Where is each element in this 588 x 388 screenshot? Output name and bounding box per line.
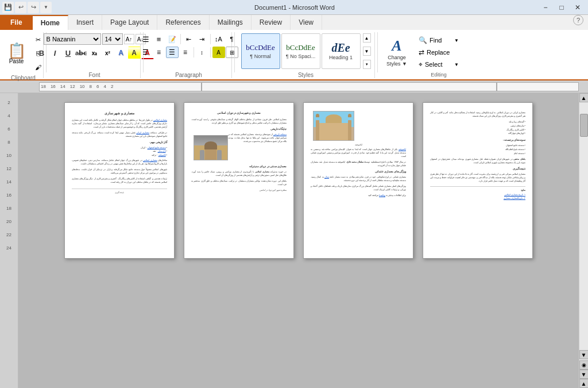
replace-icon: ⇄ [419,48,424,56]
font-size-select[interactable]: 14 [102,33,123,45]
page-2-para1: معماری اسلامی طی قرون متمادی از مناطق مخ… [191,118,287,125]
decrease-indent-btn[interactable]: ⇤ [183,33,195,45]
page-1-para2: در طراحی مساجد، معماری ایرانی نقش بسیار … [72,131,167,138]
bullets-button[interactable]: ☰ [140,33,152,45]
page-1-list: • مسجد جامع اصفهان - ایران • تاج محل - ه… [72,146,167,157]
page-2-heading2: معماری سنتی در دریای مدیترانه [191,164,287,169]
increase-font-btn[interactable]: A↑ [124,34,134,44]
show-marks-button[interactable]: ¶ [226,33,238,45]
highlight-color-button[interactable]: A [128,47,141,59]
change-styles-label: ChangeStyles ▼ [386,55,407,67]
replace-button[interactable]: ⇄ Replace [416,47,462,58]
align-center-btn[interactable]: ≡ [153,47,165,58]
maximize-btn[interactable]: □ [554,0,570,15]
page-3-para3: معماری عثمانی در اوج شکوفایی خود در قرن … [311,175,406,182]
style-heading1[interactable]: dEe Heading 1 [322,33,361,69]
page-4-subhead1: نمونه‌های برجسته: [430,138,525,143]
page-4: معماری ایرانی در دوران اسلامی به اوج شکو… [423,102,533,259]
subscript-button[interactable]: x₂ [88,47,101,59]
page-2-image [194,135,228,160]
tab-view[interactable]: View [291,15,322,30]
ribbon: 📋 Paste ✂ ⎘ 🖌 Clipboard B Nazanin 14 A↑ … [0,30,588,80]
page-1-para4: شهرهای اسلامی معمولاً حول مسجد جامع شکل … [72,168,167,175]
style-normal-label: ¶ Normal [250,53,270,59]
align-left-btn[interactable]: ☰ [140,47,152,58]
tab-mailings[interactable]: Mailings [210,15,252,30]
styles-more-btn[interactable]: ▾ [363,60,371,69]
close-btn[interactable]: ✕ [570,0,586,15]
save-qat-btn[interactable]: 💾 [2,2,14,13]
tab-review[interactable]: Review [252,15,291,30]
help-button[interactable]: ? [573,15,583,25]
scroll-thumb[interactable] [580,114,588,137]
ribbon-tabs: File Home Insert Page Layout References … [0,15,588,30]
select-button[interactable]: ⌖ Select ▼ [416,59,462,70]
tab-insert[interactable]: Insert [68,15,102,30]
paste-button[interactable]: 📋 Paste [2,40,31,67]
style-normal-preview: bCcDdEe [246,43,275,52]
justify-btn[interactable]: ≡ [179,47,192,58]
line-spacing-btn[interactable]: ↕ [196,47,208,58]
styles-scroll-down[interactable]: ▼ [363,47,371,56]
scroll-down-btn[interactable]: ▼ [579,350,589,359]
style-no-spacing[interactable]: bCcDdEe ¶ No Spaci... [281,33,320,69]
next-page-btn[interactable]: ▼ [579,370,589,379]
format-painter-button[interactable]: 🖌 [32,61,45,74]
file-tab[interactable]: File [0,15,33,30]
clipboard-label: Clipboard [11,74,36,81]
select-icon: ⌖ [419,60,423,68]
page-4-subhead2: نتیجه‌گیری [430,167,525,171]
sort-button[interactable]: ↕A [212,33,225,45]
cut-button[interactable]: ✂ [32,33,45,46]
bold-button[interactable]: B [36,47,48,59]
italic-button[interactable]: I [49,47,61,59]
change-styles-btn[interactable]: A ChangeStyles ▼ [380,34,413,70]
multilevel-list-button[interactable]: 📝 [166,33,179,45]
replace-label: Replace [427,49,450,56]
style-normal[interactable]: bCcDdEe ¶ Normal [241,33,280,69]
prev-page-btn[interactable]: ▲ [579,379,589,388]
find-icon: 🔍 [419,36,427,44]
tab-home[interactable]: Home [33,15,68,30]
window-controls: − □ ✕ [537,0,586,15]
superscript-button[interactable]: x² [102,47,114,59]
strikethrough-button[interactable]: ab̶c̶ [75,47,88,59]
tab-page-layout[interactable]: Page Layout [102,15,157,30]
editing-group-label: Editing [416,72,462,78]
find-button[interactable]: 🔍 Find ▼ [416,34,462,46]
undo-qat-btn[interactable]: ↩ [15,2,26,13]
tab-references[interactable]: References [157,15,209,30]
shading-btn[interactable]: A [212,47,225,58]
vertical-ruler: 2 4 6 8 10 12 14 16 18 20 22 24 [0,93,18,388]
minimize-btn[interactable]: − [537,0,554,15]
border-btn[interactable]: ⊞ [226,47,238,58]
redo-qat-btn[interactable]: ↪ [28,2,39,13]
page-4-list2: • مسجد جامع اصفهان • مسجد شیخ لطف‌الله •… [430,144,525,155]
page-1-para5: تزئینات هندسی و گیاهی، استفاده از کاشی‌ه… [72,177,167,184]
font-name-select[interactable]: B Nazanin [44,33,101,45]
horizontal-ruler: 18 16 14 12 10 8 6 4 2 [39,82,579,91]
text-effects-button[interactable]: A [115,47,127,59]
page-4-list1: • گنبدهای زیبا و بلند • مناره‌های تزئینی… [430,120,525,136]
paragraph-group-label: Paragraph [175,71,202,78]
scroll-track[interactable] [579,102,589,350]
page-2-para4: بناهای این دوره نشان‌دهنده توانایی معمار… [191,179,287,186]
main-area: 2 4 6 8 10 12 14 16 18 20 22 24 معماری و… [0,93,588,388]
page-1-bold-line: آثار تاریخی مهم: [72,140,167,144]
align-right-btn[interactable]: ☰ [166,47,179,58]
page-1-content: معماری اسلامی در طول قرن‌ها در مناطق مخت… [72,118,167,129]
styles-scroll-up[interactable]: ▲ [363,33,371,43]
numbering-button[interactable]: ≡ [153,33,165,45]
scroll-up-btn[interactable]: ▲ [579,93,589,102]
paste-label: Paste [9,58,24,64]
style-heading1-label: Heading 1 [329,55,353,60]
increase-indent-btn[interactable]: ⇥ [196,33,208,45]
scroll-menu-btn[interactable]: ◉ [579,360,589,370]
vertical-scrollbar: ▲ ▼ ◉ ▼ ▲ [579,93,588,388]
page-1: معماری و شهر سازی معماری اسلامی در طول ق… [64,102,175,259]
underline-button[interactable]: U [62,47,75,59]
qat-dropdown-btn[interactable]: ▼ [40,2,52,13]
page-3-subhead: ویژگی‌های معماری عثمانی [311,170,406,174]
page-3-para2: در سال ۱۴۵۳ میلادی با فتح قسطنطنیه توسط … [311,160,406,167]
page-1-heading: معماری و شهر سازی [72,111,167,116]
